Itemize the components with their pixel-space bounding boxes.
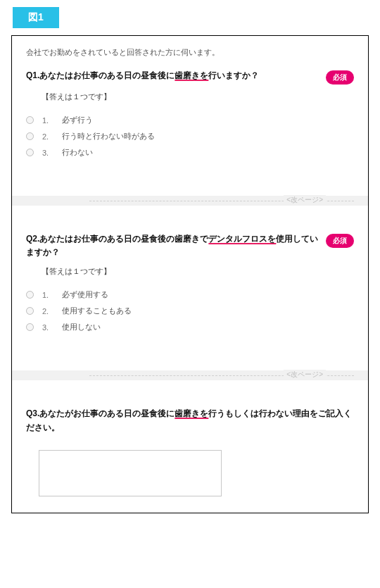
q1-option-2[interactable]: 2. 行う時と行わない時がある (26, 128, 354, 144)
question-3-row: Q3.あなたがお仕事のある日の昼食後に歯磨きを行うもしくは行わない理由をご記入く… (26, 407, 354, 434)
page-break-label: <改ページ> (284, 370, 326, 380)
q2-options: 1. 必ず使用する 2. 使用することもある 3. 使用しない (26, 287, 354, 335)
page-break: <改ページ> (12, 196, 368, 213)
radio-icon (26, 116, 34, 124)
option-label: 必ず行う (62, 115, 93, 125)
q1-option-3[interactable]: 3. 行わない (26, 144, 354, 161)
option-number: 1. (42, 291, 53, 299)
q3-free-text-input[interactable] (39, 450, 222, 496)
option-number: 3. (42, 323, 53, 332)
q2-answer-note: 【答えは１つです】 (42, 266, 354, 277)
radio-icon (26, 291, 34, 299)
question-2-row: Q2.あなたはお仕事のある日の昼食後の歯磨きでデンタルフロスを使用していますか？… (26, 232, 354, 259)
q1-keyword: 歯磨きを (175, 70, 208, 80)
page-break-label: <改ページ> (284, 195, 326, 205)
q3-keyword: 歯磨きを (175, 408, 208, 418)
option-label: 必ず使用する (62, 289, 108, 300)
q3-textarea-wrap (39, 450, 354, 499)
intro-text: 会社でお勤めをされていると回答された方に伺います。 (26, 47, 354, 58)
option-number: 2. (42, 132, 53, 141)
option-number: 2. (42, 307, 53, 315)
question-3: Q3.あなたがお仕事のある日の昼食後に歯磨きを行うもしくは行わない理由をご記入く… (26, 404, 354, 498)
radio-icon (26, 149, 34, 156)
q2-prefix: Q2.あなたはお仕事のある日の昼食後の歯磨きで (26, 234, 208, 244)
q1-options: 1. 必ず行う 2. 行う時と行わない時がある 3. 行わない (26, 112, 354, 161)
q3-prefix: Q3.あなたがお仕事のある日の昼食後に (26, 408, 175, 418)
required-badge: 必須 (326, 70, 354, 85)
q1-prefix: Q1.あなたはお仕事のある日の昼食後に (26, 70, 175, 80)
question-1-text: Q1.あなたはお仕事のある日の昼食後に歯磨きを行いますか？ (26, 69, 320, 82)
q1-suffix: 行いますか？ (208, 70, 259, 80)
question-1: Q1.あなたはお仕事のある日の昼食後に歯磨きを行いますか？ 必須 【答えは１つで… (26, 66, 354, 161)
q2-keyword: デンタルフロスを (208, 234, 276, 244)
survey-form: 会社でお勤めをされていると回答された方に伺います。 Q1.あなたはお仕事のある日… (11, 35, 369, 513)
option-label: 使用しない (62, 322, 101, 332)
option-number: 3. (42, 149, 53, 157)
option-number: 1. (42, 116, 53, 125)
q2-option-1[interactable]: 1. 必ず使用する (26, 287, 354, 303)
question-2-text: Q2.あなたはお仕事のある日の昼食後の歯磨きでデンタルフロスを使用していますか？ (26, 232, 320, 259)
option-label: 使用することもある (62, 306, 132, 316)
required-badge: 必須 (326, 234, 354, 248)
radio-icon (26, 307, 34, 315)
option-label: 行う時と行わない時がある (62, 131, 155, 142)
question-1-row: Q1.あなたはお仕事のある日の昼食後に歯磨きを行いますか？ 必須 (26, 69, 354, 85)
question-3-text: Q3.あなたがお仕事のある日の昼食後に歯磨きを行うもしくは行わない理由をご記入く… (26, 407, 354, 434)
page-break: <改ページ> (12, 370, 368, 387)
figure-label: 図1 (13, 7, 59, 28)
question-2: Q2.あなたはお仕事のある日の昼食後の歯磨きでデンタルフロスを使用していますか？… (26, 230, 354, 335)
q2-option-2[interactable]: 2. 使用することもある (26, 303, 354, 319)
q1-answer-note: 【答えは１つです】 (42, 92, 354, 102)
q2-option-3[interactable]: 3. 使用しない (26, 319, 354, 335)
radio-icon (26, 323, 34, 331)
option-label: 行わない (62, 147, 93, 158)
radio-icon (26, 132, 34, 140)
q1-option-1[interactable]: 1. 必ず行う (26, 112, 354, 128)
